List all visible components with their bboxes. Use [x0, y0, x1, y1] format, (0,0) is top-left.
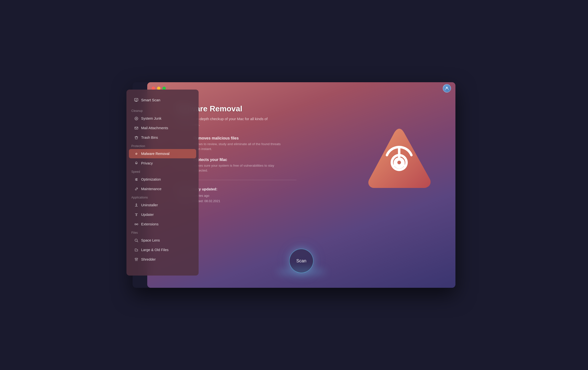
sidebar-label-mail-attachments: Mail Attachments [141, 126, 168, 130]
sidebar-item-smart-scan[interactable]: Smart Scan [129, 94, 196, 105]
sidebar-label-privacy: Privacy [141, 161, 153, 165]
sidebar-item-extensions[interactable]: Extensions [129, 220, 196, 229]
feature-desc-protect: Makes sure your system is free of vulner… [193, 163, 281, 173]
optimization-icon [134, 177, 139, 182]
sidebar-section-protection: Protection [126, 142, 199, 149]
trash-bins-icon [134, 135, 139, 140]
sidebar-label-optimization: Optimization [141, 177, 161, 181]
smart-scan-icon [134, 97, 139, 102]
scan-button-wrap: Scan [289, 249, 314, 273]
smart-scan-label: Smart Scan [141, 98, 160, 102]
privacy-icon [134, 161, 139, 166]
scan-glow [277, 268, 326, 276]
biohazard-icon-area [358, 112, 441, 205]
sidebar-item-shredder[interactable]: Shredder [129, 255, 196, 264]
svg-line-35 [137, 241, 138, 242]
sidebar-label-extensions: Extensions [141, 222, 158, 226]
system-junk-icon [134, 116, 139, 121]
sidebar-section-applications: Applications [126, 194, 199, 200]
sidebar-item-mail-attachments[interactable]: Mail Attachments [129, 123, 196, 133]
sidebar-item-large-old-files[interactable]: Large & Old Files [129, 245, 196, 254]
maintenance-icon [134, 186, 139, 191]
sidebar-item-uninstaller[interactable]: Uninstaller [129, 200, 196, 210]
feature-title-malicious: Removes malicious files [193, 136, 281, 140]
sidebar-item-optimization[interactable]: Optimization [129, 175, 196, 184]
sidebar-section-cleanup: Cleanup [126, 107, 199, 114]
sidebar-label-space-lens: Space Lens [141, 238, 160, 242]
svg-point-29 [136, 179, 136, 180]
updater-icon [134, 212, 139, 217]
feature-desc-malicious: Allows to review, study and eliminate al… [193, 142, 281, 152]
malware-removal-icon [134, 151, 139, 156]
mail-attachments-icon [134, 126, 139, 130]
sidebar-item-malware-removal[interactable]: Malware Removal [129, 149, 196, 158]
sidebar-section-speed: Speed [126, 168, 199, 174]
sidebar-panel: Smart Scan CleanupSystem JunkMail Attach… [126, 90, 199, 276]
svg-line-15 [395, 164, 397, 165]
extensions-icon [134, 222, 139, 227]
space-lens-icon [134, 238, 139, 243]
sidebar-item-trash-bins[interactable]: Trash Bins [129, 133, 196, 142]
svg-line-14 [402, 164, 404, 165]
app-window: Malware Removal Perform an in-depth chec… [133, 82, 455, 288]
sidebar-label-maintenance: Maintenance [141, 187, 161, 191]
svg-rect-31 [135, 224, 136, 225]
feature-title-protect: Protects your Mac [193, 158, 281, 162]
avatar[interactable] [443, 84, 451, 92]
sidebar-section-files: Files [126, 229, 199, 235]
sidebar-item-space-lens[interactable]: Space Lens [129, 236, 196, 245]
sidebar-label-malware-removal: Malware Removal [141, 152, 170, 156]
biohazard-shape [362, 124, 436, 192]
sidebar-sections: CleanupSystem JunkMail AttachmentsTrash … [126, 107, 199, 264]
large-old-files-icon [134, 247, 139, 252]
svg-point-28 [136, 178, 137, 179]
sidebar-label-uninstaller: Uninstaller [141, 203, 158, 207]
sidebar-label-updater: Updater [141, 213, 154, 217]
svg-rect-36 [135, 258, 138, 259]
feature-text-malicious: Removes malicious files Allows to review… [193, 136, 281, 152]
uninstaller-icon [134, 203, 139, 208]
svg-rect-16 [135, 98, 138, 101]
svg-rect-32 [137, 224, 138, 225]
sidebar-item-updater[interactable]: Updater [129, 210, 196, 219]
sidebar-label-large-old-files: Large & Old Files [141, 248, 169, 252]
svg-point-24 [136, 162, 137, 163]
sidebar-item-maintenance[interactable]: Maintenance [129, 184, 196, 194]
sidebar-label-shredder: Shredder [141, 257, 156, 261]
sidebar-label-system-junk: System Junk [141, 116, 161, 120]
sidebar-item-system-junk[interactable]: System Junk [129, 114, 196, 123]
svg-point-19 [135, 117, 138, 120]
sidebar-item-privacy[interactable]: Privacy [129, 159, 196, 168]
feature-text-protect: Protects your Mac Makes sure your system… [193, 158, 281, 173]
shredder-icon [134, 257, 139, 262]
svg-point-30 [136, 180, 137, 181]
sidebar-label-trash-bins: Trash Bins [141, 136, 158, 139]
